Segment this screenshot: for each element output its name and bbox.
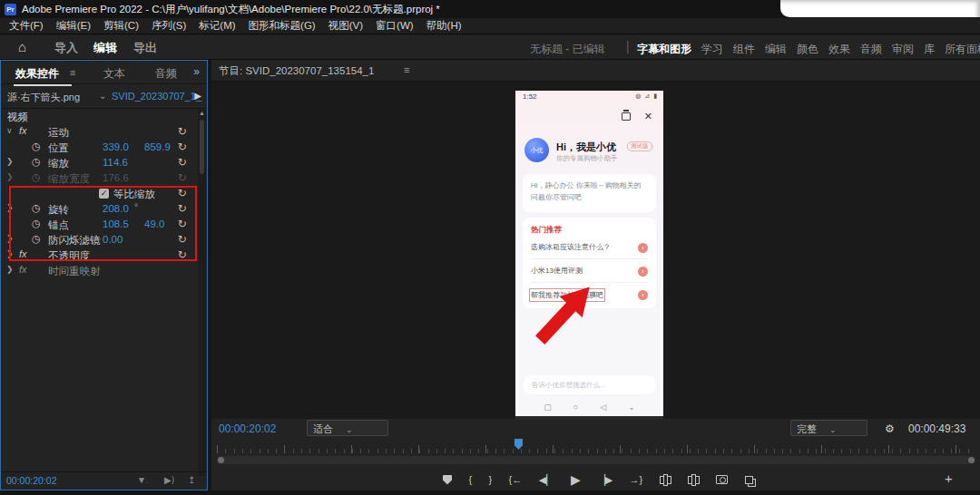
hot-recommend-title: 热门推荐 (531, 225, 648, 236)
button-editor-button[interactable] (745, 476, 756, 484)
stopwatch-icon[interactable]: ◷ (32, 156, 41, 168)
more-tabs-icon[interactable]: » (193, 65, 200, 78)
menu-item[interactable]: 视图(V) (328, 19, 363, 33)
workspace-item[interactable]: 效果 (828, 42, 850, 57)
chevron-down-icon[interactable]: ⌄ (99, 91, 106, 101)
nav-back-icon: ◁ (600, 403, 606, 412)
program-timecode[interactable]: 00:00:20:02 (219, 422, 276, 435)
phone-status-bar: 1:52 ◍ ⊿ ▮ (515, 92, 663, 102)
workspace-item[interactable]: 字幕和图形 (637, 42, 691, 57)
mode-tab-导入[interactable]: 导入 (54, 40, 78, 56)
step-forward-button[interactable]: ▕▶ (597, 475, 612, 485)
zoom-handle-left[interactable] (218, 457, 224, 463)
extract-icon (688, 476, 700, 484)
playhead-marker[interactable] (514, 439, 523, 450)
property-value[interactable]: 176.6 (103, 172, 129, 183)
menu-item[interactable]: 帮助(H) (426, 19, 462, 33)
menu-item[interactable]: 窗口(W) (376, 19, 414, 33)
workspace-item[interactable]: 颜色 (797, 42, 818, 57)
panel-scrollbar[interactable]: ▲ (198, 109, 206, 476)
workspace-item[interactable]: 审阅 (892, 42, 914, 57)
workspace-item[interactable]: 组件 (733, 42, 755, 57)
chevron-closed-icon[interactable]: ❯ (6, 172, 14, 181)
workspace-item[interactable]: 音频 (860, 42, 882, 57)
zoom-level-select[interactable]: 适合⌄ (307, 420, 388, 436)
playback-resolution-select[interactable]: 完整⌄ (790, 420, 867, 436)
reset-icon[interactable]: ↺ (178, 141, 187, 153)
reset-icon[interactable]: ↺ (178, 156, 187, 169)
panel-tab-2[interactable]: 文本 (103, 66, 125, 82)
home-icon[interactable]: ⌂ (18, 39, 26, 54)
menu-item[interactable]: 编辑(E) (56, 19, 91, 33)
workspace-item[interactable]: 编辑 (765, 42, 787, 57)
menu-item[interactable]: 标记(M) (199, 19, 235, 33)
target-sequence-link[interactable]: SVID_20230707_1_ (112, 91, 201, 102)
go-to-out-button[interactable]: →} (630, 475, 643, 485)
panel-menu-icon[interactable]: ≡ (404, 64, 409, 75)
add-marker-button[interactable] (443, 475, 452, 485)
monitor-scrollbar[interactable] (217, 456, 975, 464)
fx-badge-icon[interactable]: fx (19, 125, 27, 136)
scroll-up-icon[interactable]: ▲ (198, 110, 206, 116)
export-icon[interactable]: ↥ (188, 475, 195, 485)
mode-tab-导出[interactable]: 导出 (133, 40, 157, 56)
menu-item[interactable]: 剪辑(C) (103, 19, 139, 33)
workspace-item[interactable]: 所有面板 (945, 42, 980, 57)
effect-row: 视频 (1, 109, 200, 124)
scroll-thumb[interactable] (200, 120, 204, 174)
panel-menu-icon[interactable]: ≡ (70, 67, 75, 78)
menu-item[interactable]: 图形和标题(G) (249, 19, 316, 33)
button-editor-icon (745, 476, 753, 484)
export-frame-button[interactable] (716, 475, 728, 484)
workspace-item[interactable]: 库 (924, 42, 935, 57)
add-button-icon[interactable]: + (945, 471, 953, 486)
effect-panel-timecode[interactable]: 00:00:20:02 (6, 475, 56, 486)
hot-item-label: 小米13使用评测 (531, 266, 583, 276)
reset-icon[interactable]: ↺ (178, 171, 187, 184)
stopwatch-icon[interactable]: ◷ (32, 141, 41, 152)
time-ruler[interactable] (217, 441, 975, 453)
step-back-button[interactable]: ◀▏ (539, 475, 554, 485)
menu-item[interactable]: 文件(F) (9, 19, 44, 33)
red-go-icon: › (638, 243, 648, 253)
screenshot-white-corner (780, 0, 980, 17)
chevron-closed-icon[interactable]: ❯ (6, 157, 14, 166)
play-source-icon[interactable]: ▶ (194, 91, 201, 101)
phone-preview: 1:52 ◍ ⊿ ▮ ✕ 小优 Hi，我是小优 测试版 你的专属购物小助手 Hi… (515, 91, 663, 419)
property-value[interactable]: 114.6 (103, 157, 128, 168)
nav-home-icon: ○ (573, 403, 578, 412)
panel-tab-3[interactable]: 音频 (155, 66, 177, 82)
menu-item[interactable]: 序列(S) (152, 19, 186, 33)
lift-button[interactable] (660, 476, 671, 484)
property-label: 时间重映射 (48, 265, 101, 278)
effect-row: ❯◷缩放114.6↺ (1, 155, 200, 170)
stopwatch-icon[interactable]: ◷ (32, 171, 41, 183)
mode-tab-编辑[interactable]: 编辑 (93, 40, 117, 56)
phone-status-icons: ◍ ⊿ ▮ (635, 92, 658, 100)
fx-badge-icon[interactable]: fx (19, 264, 27, 275)
export-frame-icon (716, 475, 728, 484)
property-value[interactable]: 859.9 (144, 141, 171, 152)
document-status: 无标题 - 已编辑 (530, 42, 605, 57)
workspace-separator: | (626, 39, 630, 53)
monitor-controls-row: 00:00:20:02 适合⌄ 完整⌄ ⚙ 00:00:49:33 (211, 419, 980, 441)
mark-in-button[interactable]: { (468, 475, 472, 485)
filter-icon[interactable]: ▼. (137, 475, 148, 485)
nav-hide-icon: ⌄ (628, 403, 635, 412)
panel-tab-1[interactable]: 效果控件 (15, 66, 59, 82)
assistant-title: Hi，我是小优 (556, 141, 616, 154)
chevron-closed-icon[interactable]: ❯ (6, 265, 14, 274)
workspace-item[interactable]: 学习 (701, 42, 723, 57)
extract-button[interactable] (688, 476, 700, 484)
go-to-in-button[interactable]: {← (509, 475, 523, 485)
reset-icon[interactable]: ↺ (178, 125, 187, 138)
trash-icon (622, 112, 631, 121)
chevron-open-icon[interactable]: ∨ (6, 126, 13, 135)
mark-out-button[interactable]: } (489, 475, 493, 485)
play-clip-icon[interactable]: ▶⟩ (164, 475, 175, 485)
wrench-settings-icon[interactable]: ⚙ (885, 422, 895, 435)
title-bar: Pr Adobe Premiere Pro 2022 - C:\用户\yulif… (0, 0, 980, 18)
zoom-handle-right[interactable] (968, 457, 975, 463)
property-value[interactable]: 339.0 (103, 141, 129, 152)
play-button[interactable]: ▶ (571, 473, 581, 486)
